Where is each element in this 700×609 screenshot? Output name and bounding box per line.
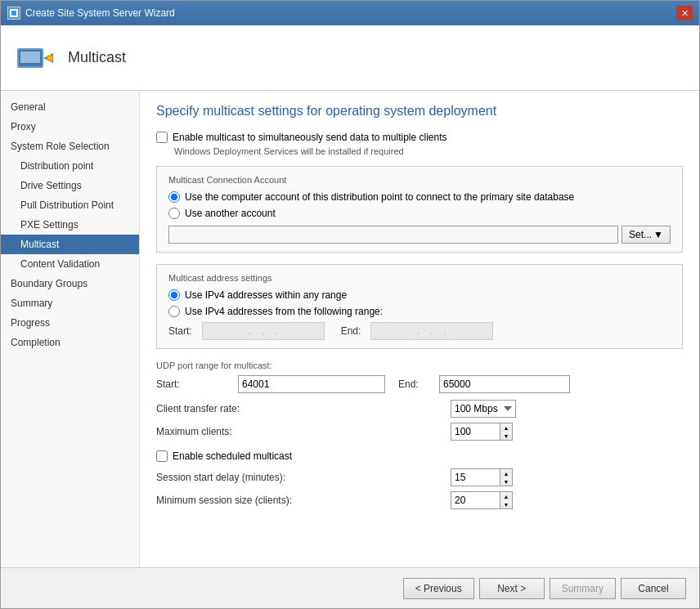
multicast-address-settings-group: Multicast address settings Use IPv4 addr… bbox=[156, 264, 683, 349]
content-area: Specify multicast settings for operating… bbox=[140, 91, 699, 567]
end-ip-label: End: bbox=[341, 325, 361, 337]
start-ip-label: Start: bbox=[168, 325, 192, 337]
maximum-clients-label: Maximum clients: bbox=[156, 426, 451, 437]
radio-computer-account-label[interactable]: Use the computer account of this distrib… bbox=[185, 191, 574, 203]
title-bar: Create Site System Server Wizard ✕ bbox=[1, 1, 699, 25]
sidebar-item-pxe-settings[interactable]: PXE Settings bbox=[1, 215, 139, 235]
sidebar-item-general[interactable]: General bbox=[1, 97, 139, 117]
main-window: Create Site System Server Wizard ✕ Multi… bbox=[0, 0, 700, 609]
udp-port-section: UDP port range for multicast: Start: End… bbox=[156, 360, 683, 393]
maximum-clients-up-btn[interactable]: ▲ bbox=[500, 423, 512, 432]
title-bar-left: Create Site System Server Wizard bbox=[7, 7, 175, 20]
session-start-delay-row: Session start delay (minutes): ▲ ▼ bbox=[156, 468, 683, 486]
session-start-delay-label: Session start delay (minutes): bbox=[156, 472, 451, 483]
enable-multicast-label[interactable]: Enable multicast to simultaneously send … bbox=[173, 132, 447, 143]
multicast-connection-account-group: Multicast Connection Account Use the com… bbox=[156, 166, 683, 253]
scheduled-multicast-section: Enable scheduled multicast Session start… bbox=[156, 450, 683, 509]
radio-ipv4-following-range[interactable] bbox=[168, 306, 180, 317]
udp-end-input[interactable] bbox=[439, 375, 570, 393]
svg-rect-2 bbox=[11, 11, 16, 16]
udp-start-input[interactable] bbox=[238, 375, 385, 393]
enable-multicast-row: Enable multicast to simultaneously send … bbox=[156, 132, 683, 143]
summary-button[interactable]: Summary bbox=[550, 578, 616, 599]
maximum-clients-input[interactable] bbox=[451, 423, 500, 441]
minimum-session-size-row: Minimum session size (clients): ▲ ▼ bbox=[156, 491, 683, 509]
client-transfer-rate-select[interactable]: 100 Mbps 10 Mbps 1 Gbps No limit bbox=[451, 400, 516, 418]
svg-rect-6 bbox=[20, 51, 40, 63]
radio-ipv4-any-range[interactable] bbox=[168, 289, 180, 301]
sidebar-item-progress[interactable]: Progress bbox=[1, 313, 139, 333]
udp-port-title: UDP port range for multicast: bbox=[156, 360, 683, 370]
enable-scheduled-label[interactable]: Enable scheduled multicast bbox=[173, 450, 292, 462]
session-start-delay-up-btn[interactable]: ▲ bbox=[500, 469, 512, 477]
session-start-delay-input[interactable] bbox=[451, 468, 500, 486]
multicast-connection-account-title: Multicast Connection Account bbox=[168, 175, 671, 185]
enable-scheduled-checkbox[interactable] bbox=[156, 450, 168, 462]
udp-start-label: Start: bbox=[156, 378, 238, 390]
sidebar-item-multicast[interactable]: Multicast bbox=[1, 235, 139, 254]
ip-range-row: Start: End: bbox=[168, 322, 671, 340]
close-button[interactable]: ✕ bbox=[676, 6, 693, 20]
cancel-button[interactable]: Cancel bbox=[621, 578, 686, 599]
footer: < Previous Next > Summary Cancel bbox=[1, 567, 699, 608]
header-title: Multicast bbox=[68, 49, 126, 66]
wds-note: Windows Deployment Services will be inst… bbox=[174, 146, 683, 156]
udp-end-label: End: bbox=[398, 378, 439, 390]
maximum-clients-row: Maximum clients: ▲ ▼ bbox=[156, 423, 683, 441]
sidebar-item-completion[interactable]: Completion bbox=[1, 333, 139, 352]
header-icon bbox=[14, 37, 56, 79]
radio-ipv4-any-label[interactable]: Use IPv4 addresses within any range bbox=[185, 289, 347, 301]
session-start-delay-spinner-buttons: ▲ ▼ bbox=[500, 468, 513, 486]
sidebar-item-pull-distribution-point[interactable]: Pull Distribution Point bbox=[1, 195, 139, 215]
window-title: Create Site System Server Wizard bbox=[25, 7, 175, 19]
sidebar-item-boundary-groups[interactable]: Boundary Groups bbox=[1, 274, 139, 293]
client-transfer-rate-label: Client transfer rate: bbox=[156, 403, 451, 414]
maximum-clients-down-btn[interactable]: ▼ bbox=[500, 432, 512, 440]
end-ip-input[interactable] bbox=[370, 322, 493, 340]
minimum-session-size-down-btn[interactable]: ▼ bbox=[500, 500, 512, 508]
radio-ipv4-any-row: Use IPv4 addresses within any range bbox=[168, 289, 671, 301]
radio-another-account[interactable] bbox=[168, 208, 180, 219]
maximum-clients-spinner: ▲ ▼ bbox=[451, 423, 513, 441]
sidebar-item-content-validation[interactable]: Content Validation bbox=[1, 254, 139, 274]
multicast-address-settings-title: Multicast address settings bbox=[168, 273, 671, 283]
session-start-delay-spinner: ▲ ▼ bbox=[451, 468, 513, 486]
start-ip-input[interactable] bbox=[202, 322, 325, 340]
sidebar: General Proxy System Role Selection Dist… bbox=[1, 91, 140, 567]
sidebar-item-summary[interactable]: Summary bbox=[1, 293, 139, 313]
radio-another-account-label[interactable]: Use another account bbox=[185, 208, 276, 219]
udp-start-row: Start: End: bbox=[156, 375, 683, 393]
maximum-clients-spinner-buttons: ▲ ▼ bbox=[500, 423, 513, 441]
sidebar-item-drive-settings[interactable]: Drive Settings bbox=[1, 176, 139, 195]
enable-scheduled-row: Enable scheduled multicast bbox=[156, 450, 683, 462]
radio-ipv4-following-label[interactable]: Use IPv4 addresses from the following ra… bbox=[185, 306, 383, 317]
previous-button[interactable]: < Previous bbox=[403, 578, 474, 599]
header: Multicast bbox=[1, 25, 699, 91]
account-input[interactable] bbox=[168, 226, 618, 244]
radio-ipv4-following-row: Use IPv4 addresses from the following ra… bbox=[168, 306, 671, 317]
client-transfer-rate-row: Client transfer rate: 100 Mbps 10 Mbps 1… bbox=[156, 400, 683, 418]
minimum-session-size-input[interactable] bbox=[451, 491, 500, 509]
radio-computer-account-row: Use the computer account of this distrib… bbox=[168, 191, 671, 203]
minimum-session-size-spinner-buttons: ▲ ▼ bbox=[500, 491, 513, 509]
session-start-delay-down-btn[interactable]: ▼ bbox=[500, 477, 512, 486]
sidebar-item-distribution-point[interactable]: Distribution point bbox=[1, 156, 139, 176]
sidebar-item-proxy[interactable]: Proxy bbox=[1, 117, 139, 137]
radio-computer-account[interactable] bbox=[168, 191, 180, 203]
set-dropdown-icon: ▼ bbox=[653, 229, 663, 240]
minimum-session-size-label: Minimum session size (clients): bbox=[156, 495, 451, 506]
app-icon bbox=[7, 7, 20, 20]
set-button[interactable]: Set... ▼ bbox=[621, 226, 671, 244]
enable-multicast-checkbox[interactable] bbox=[156, 132, 168, 143]
account-input-row: Set... ▼ bbox=[168, 226, 671, 244]
sidebar-item-system-role-selection[interactable]: System Role Selection bbox=[1, 137, 139, 156]
svg-point-9 bbox=[48, 56, 52, 60]
page-title: Specify multicast settings for operating… bbox=[156, 104, 683, 119]
minimum-session-size-spinner: ▲ ▼ bbox=[451, 491, 513, 509]
next-button[interactable]: Next > bbox=[479, 578, 545, 599]
radio-another-account-row: Use another account bbox=[168, 208, 671, 219]
minimum-session-size-up-btn[interactable]: ▲ bbox=[500, 492, 512, 500]
main-content: General Proxy System Role Selection Dist… bbox=[1, 91, 699, 567]
